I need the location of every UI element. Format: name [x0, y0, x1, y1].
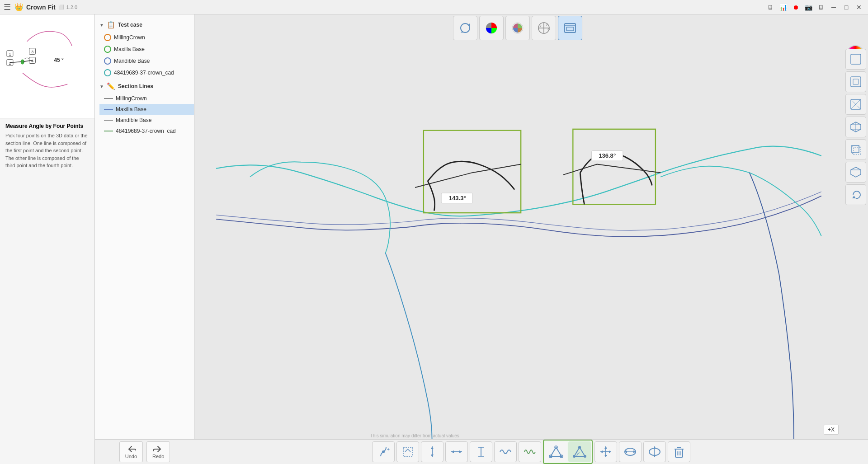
hamburger-icon[interactable]: ☰	[4, 2, 11, 12]
tree-child-sl-milling-crown[interactable]: MillingCrown	[99, 93, 194, 104]
tree-arrow-section-lines: ▼	[99, 84, 104, 89]
view-box-button[interactable]	[845, 139, 866, 160]
icon-mandible-base	[104, 57, 111, 65]
move-horizontal-button[interactable]	[619, 441, 642, 462]
svg-marker-64	[431, 455, 434, 457]
tree-child-maxilla-base[interactable]: Maxilla Base	[99, 43, 194, 55]
icon-sl-milling-crown	[104, 95, 113, 102]
icon-milling-crown	[104, 34, 111, 41]
label-crown-cad-1: 48419689-37-crown_cad	[114, 70, 174, 76]
titlebar: ☰ 👑 Crown Fit ⬜ 1.2.0 🖥 📊 ⏺ 📷 🖥 ─ □ ✕	[0, 0, 868, 14]
svg-text:X: X	[547, 27, 550, 31]
titlebar-icon1[interactable]: 🖥	[765, 2, 776, 13]
tree-parent-section-lines[interactable]: ▼ ✏️ Section Lines	[95, 80, 194, 93]
logo-area: 👑 Crown Fit ⬜ 1.2.0	[14, 3, 77, 11]
delete-button[interactable]	[668, 441, 690, 462]
svg-text:2: 2	[9, 61, 11, 66]
svg-marker-81	[604, 446, 607, 449]
svg-text:Y: Y	[539, 24, 542, 28]
preview-svg: 1 3 2 4 45 °	[0, 14, 94, 118]
main-canvas: 143.3° 136.8° +X This simulation may dif…	[194, 42, 843, 439]
minimize-button[interactable]: ─	[828, 2, 839, 13]
selection-button[interactable]	[396, 441, 419, 462]
camera-button[interactable]: 📷	[803, 2, 814, 13]
vertical-button[interactable]	[421, 441, 443, 462]
svg-text:136.8°: 136.8°	[599, 152, 616, 159]
toolbar-palette[interactable]	[505, 16, 530, 40]
right-toolbar	[843, 45, 868, 209]
reset-view-button[interactable]	[845, 184, 866, 205]
tree-children-section-lines: MillingCrown Maxilla Base Mandible Base …	[95, 93, 194, 136]
tree-parent-test-case[interactable]: ▼ 📋 Test case	[95, 18, 194, 32]
tree-child-sl-maxilla-base[interactable]: Maxilla Base	[99, 104, 194, 115]
titlebar-icon5[interactable]: 🖥	[816, 2, 826, 13]
tree-icon-section-lines: ✏️	[107, 82, 115, 90]
redo-button[interactable]: Redo	[146, 441, 170, 462]
tree-child-mandible-base[interactable]: Mandible Base	[99, 55, 194, 67]
svg-marker-46	[851, 167, 861, 177]
top-toolbar: Y X Z	[194, 14, 841, 42]
svg-marker-92	[653, 455, 656, 457]
tree-label-section-lines: Section Lines	[118, 83, 153, 89]
svg-text:143.3°: 143.3°	[449, 195, 466, 202]
view-iso-button[interactable]	[845, 94, 866, 115]
tree-child-crown-cad-1[interactable]: 48419689-37-crown_cad	[99, 67, 194, 79]
add-point-button[interactable]: +	[372, 441, 395, 462]
label-milling-crown: MillingCrown	[114, 34, 145, 41]
xplus-label: +X	[824, 425, 839, 435]
toolbar-axis[interactable]: Y X Z	[532, 16, 556, 40]
toolbar-rotate[interactable]	[453, 16, 477, 40]
icon-crown-cad-1	[104, 69, 111, 76]
close-button[interactable]: ✕	[854, 2, 864, 13]
icon-sl-crown-cad	[104, 128, 113, 134]
toolbar-color[interactable]	[479, 16, 504, 40]
icon-maxilla-base	[104, 46, 111, 53]
move-vertical-button[interactable]	[643, 441, 666, 462]
info-text: Pick four points on the 3D data or the s…	[5, 132, 89, 169]
tree-child-sl-crown-cad[interactable]: 48419689-37-crown_cad	[99, 126, 194, 136]
distance-button[interactable]	[470, 441, 492, 462]
tree-group-section-lines: ▼ ✏️ Section Lines MillingCrown Maxilla …	[95, 80, 194, 136]
icon-sl-mandible-base	[104, 117, 113, 123]
horizontal-button[interactable]	[445, 441, 468, 462]
preview-area: 1 3 2 4 45 °	[0, 14, 94, 118]
bottom-toolbar: +	[194, 439, 868, 464]
svg-marker-48	[852, 196, 856, 198]
view-front-button[interactable]	[845, 49, 866, 70]
svg-marker-66	[451, 450, 454, 453]
titlebar-icon2[interactable]: 📊	[778, 2, 788, 13]
app-icon-small: ⬜	[58, 5, 64, 9]
canvas-svg: 143.3° 136.8°	[194, 42, 843, 439]
svg-rect-31	[851, 54, 861, 64]
angle-button[interactable]	[568, 441, 591, 462]
toolbar-settings[interactable]	[558, 16, 582, 40]
redo-label: Redo	[152, 454, 164, 459]
wave2-button[interactable]	[519, 441, 541, 462]
tree-icon-test-case: 📋	[107, 21, 115, 29]
triangle-button[interactable]	[545, 441, 567, 462]
svg-point-77	[584, 455, 586, 458]
info-area: Measure Angle by Four Points Pick four p…	[0, 118, 94, 174]
record-button[interactable]: ⏺	[790, 2, 801, 13]
info-title: Measure Angle by Four Points	[5, 123, 89, 129]
maximize-button[interactable]: □	[841, 2, 852, 13]
view-3d-button[interactable]	[845, 117, 866, 137]
move-button[interactable]	[594, 441, 617, 462]
svg-point-13	[21, 62, 24, 65]
tree-children-test-case: MillingCrown Maxilla Base Mandible Base …	[95, 32, 194, 79]
svg-marker-84	[609, 450, 611, 453]
tree-child-sl-mandible-base[interactable]: Mandible Base	[99, 115, 194, 126]
tree-child-milling-crown[interactable]: MillingCrown	[99, 32, 194, 43]
titlebar-controls: 🖥 📊 ⏺ 📷 🖥 ─ □ ✕	[765, 2, 864, 13]
svg-text:3: 3	[31, 50, 33, 54]
undo-button[interactable]: Undo	[119, 441, 143, 462]
svg-line-51	[472, 164, 521, 173]
view-top-button[interactable]	[845, 71, 866, 92]
wave1-button[interactable]	[494, 441, 517, 462]
tree-panel: ▼ 📋 Test case MillingCrown Maxilla Base …	[95, 14, 194, 464]
svg-point-59	[382, 450, 385, 453]
svg-rect-30	[566, 27, 574, 31]
view-alt-button[interactable]	[845, 162, 866, 183]
svg-rect-32	[851, 77, 861, 87]
label-sl-crown-cad: 48419689-37-crown_cad	[116, 128, 176, 134]
